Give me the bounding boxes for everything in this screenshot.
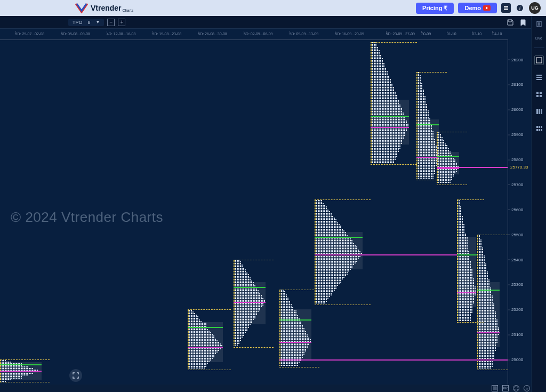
pricing-label: Pricing ₹	[422, 5, 447, 12]
range-edge-line	[437, 185, 467, 185]
price-tick: 25800	[511, 157, 523, 162]
svg-rect-12	[539, 126, 540, 128]
demo-button[interactable]: Demo	[458, 3, 497, 13]
toolbar-right	[507, 19, 527, 26]
range-edge-line	[457, 199, 484, 200]
profile-p1	[0, 359, 52, 382]
brand-name: Vtrender	[91, 4, 122, 12]
date-tick: 5D: 26-08...30-08	[198, 32, 227, 36]
price-tick: 26200	[511, 57, 523, 62]
svg-rect-7	[540, 95, 542, 97]
date-axis: 5D: 29-07...02-085D: 05-08...09-084D: 12…	[0, 32, 508, 39]
price-tick: 25900	[511, 132, 523, 137]
expand-icon[interactable]	[513, 385, 519, 391]
poc-line	[188, 347, 223, 348]
tpo-mode-select[interactable]: TPO 8 ▼	[68, 19, 104, 26]
save-icon[interactable]	[507, 19, 514, 26]
svg-rect-8	[536, 109, 538, 114]
rail-single-icon[interactable]	[534, 55, 544, 65]
rail-cols-icon[interactable]	[534, 107, 544, 116]
list-icon[interactable]	[501, 3, 511, 13]
avatar-initials: UG	[531, 5, 539, 11]
svg-rect-11	[536, 126, 538, 128]
extended-magenta-line	[279, 359, 508, 361]
vah-line	[234, 287, 266, 288]
rail-separator	[534, 47, 544, 48]
user-avatar[interactable]: UG	[529, 2, 541, 14]
profile-p3	[234, 260, 276, 347]
extended-magenta-line	[315, 254, 457, 255]
profile-p5	[315, 199, 373, 305]
range-edge-line	[234, 347, 274, 348]
bottom-toolbar: REC ✕	[492, 385, 530, 391]
axis-top-border	[0, 39, 508, 40]
date-tick: 04-10	[492, 32, 502, 36]
range-edge-line	[437, 132, 467, 132]
rail-grid6-icon[interactable]	[534, 124, 544, 133]
profile-p10	[477, 235, 510, 370]
range-edge-line	[315, 305, 371, 305]
date-tick: 5D: 02-09...06-09	[244, 32, 272, 36]
price-tick: 25600	[511, 207, 523, 212]
fullscreen-button[interactable]	[69, 369, 82, 382]
range-edge-line	[0, 382, 50, 382]
pricing-button[interactable]: Pricing ₹	[416, 3, 454, 14]
watermark-text: © 2024 Vtrender Charts	[11, 209, 163, 226]
tpo-mode-label: TPO	[73, 20, 83, 25]
poc-line	[371, 127, 409, 128]
price-axis[interactable]: 2620026100260002590025800257002560025500…	[508, 39, 531, 385]
price-tick: 26100	[511, 82, 523, 87]
date-tick: 01-10	[447, 32, 456, 36]
vah-line	[416, 124, 439, 125]
poc-line	[437, 168, 459, 169]
rail-rows-icon[interactable]	[534, 73, 544, 82]
poc-line	[416, 157, 439, 158]
vah-line	[0, 364, 42, 365]
svg-rect-13	[541, 126, 542, 128]
rail-doc-icon[interactable]	[534, 19, 544, 29]
svg-rect-5	[540, 92, 542, 94]
date-tick: 03-10	[472, 32, 481, 36]
date-tick: 5D: 23-09...27-09	[386, 32, 415, 36]
price-tick: 25300	[511, 282, 523, 287]
zoom-out-button[interactable]: −	[107, 19, 115, 26]
date-tick: 5D: 19-08...23-08	[152, 32, 181, 36]
info-icon[interactable]: i	[515, 3, 525, 13]
range-edge-line	[315, 199, 371, 200]
vah-line	[315, 237, 363, 238]
range-edge-line	[0, 359, 50, 360]
poc-line	[457, 292, 476, 293]
extended-magenta-line	[437, 167, 508, 168]
chart-canvas[interactable]: 5D: 29-07...02-085D: 05-08...09-084D: 12…	[0, 29, 531, 385]
svg-rect-4	[536, 92, 539, 94]
grid-toggle-icon[interactable]	[492, 385, 498, 391]
range-edge-line	[188, 309, 231, 310]
poc-line	[279, 342, 311, 343]
range-edge-line	[279, 290, 319, 290]
poc-line	[0, 371, 42, 372]
svg-rect-14	[536, 129, 538, 131]
range-edge-line	[416, 72, 447, 73]
zoom-in-button[interactable]: +	[118, 19, 125, 26]
date-tick: 5D: 16-09...20-09	[335, 32, 364, 36]
app-header: Vtrender Charts Pricing ₹ Demo i UG	[0, 0, 546, 16]
price-tick: 25200	[511, 307, 523, 312]
svg-rect-3	[536, 58, 542, 63]
rail-grid2-icon[interactable]	[534, 90, 544, 99]
range-edge-line	[371, 164, 417, 165]
poc-line	[477, 332, 500, 333]
range-edge-line	[371, 42, 417, 43]
rec-icon[interactable]: REC	[502, 385, 509, 391]
range-edge-line	[279, 367, 319, 367]
vah-line	[279, 319, 311, 321]
close-icon[interactable]: ✕	[524, 385, 530, 391]
vah-line	[188, 327, 223, 328]
poc-line	[234, 302, 266, 303]
bookmark-icon[interactable]	[519, 19, 527, 26]
side-rail: Live	[531, 16, 546, 392]
svg-rect-6	[536, 95, 539, 97]
date-tick: 5D: 29-07...02-08	[15, 32, 44, 36]
svg-rect-9	[539, 109, 540, 114]
vah-line	[437, 156, 459, 157]
profile-p6	[371, 42, 420, 165]
